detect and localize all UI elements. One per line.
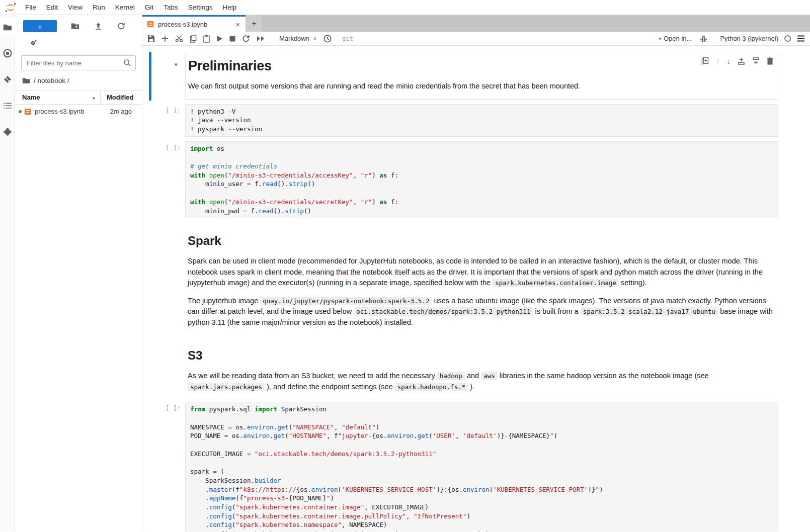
delete-cell-button[interactable] bbox=[767, 57, 773, 65]
new-launcher-button[interactable]: + bbox=[23, 20, 57, 32]
tab-process-s3[interactable]: process-s3.ipynb × bbox=[142, 15, 246, 32]
kernel-name[interactable]: Python 3 (ipykernel) bbox=[720, 35, 778, 42]
code-line: ! pyspark --version bbox=[190, 125, 773, 134]
git-icon bbox=[3, 75, 12, 84]
insert-cell-below-button[interactable] bbox=[752, 57, 760, 65]
menu-help[interactable]: Help bbox=[217, 4, 241, 11]
column-header-modified[interactable]: Modified bbox=[100, 91, 142, 104]
code-line: spark = ( bbox=[190, 467, 773, 476]
inline-code: spark:3.5.2-scala2.12-java17-ubuntu bbox=[581, 307, 718, 316]
sidebar-tab-file-browser[interactable] bbox=[0, 18, 15, 36]
restart-run-all-button[interactable] bbox=[257, 36, 265, 42]
file-list-header: Name ▲ Modified bbox=[15, 90, 142, 105]
sidebar-menu-icon[interactable] bbox=[797, 35, 805, 42]
open-in-dropdown[interactable]: ▾ Open in... bbox=[659, 35, 692, 42]
code-editor[interactable]: import os # get minio credentialswith op… bbox=[185, 141, 778, 219]
menu-file[interactable]: File bbox=[20, 4, 41, 11]
cell-code-versions[interactable]: [ ]:! python3 -V! java --version! pyspar… bbox=[142, 104, 810, 137]
plus-icon: + bbox=[252, 19, 256, 28]
copy-cells-button[interactable] bbox=[190, 35, 197, 43]
menu-tabs[interactable]: Tabs bbox=[158, 4, 183, 11]
menu-git[interactable]: Git bbox=[140, 4, 158, 11]
rendered-markdown[interactable]: PreliminariesWe can first output some ve… bbox=[185, 53, 778, 100]
sidebar-tab-extensions[interactable] bbox=[0, 123, 15, 141]
cell-type-value: Markdown bbox=[279, 35, 309, 42]
git-clone-button[interactable] bbox=[29, 39, 142, 47]
menu-kernel[interactable]: Kernel bbox=[110, 4, 140, 11]
execution-time-icon[interactable] bbox=[323, 35, 332, 43]
puzzle-icon bbox=[3, 127, 12, 136]
heading-collapser-icon[interactable]: ▾ bbox=[175, 61, 178, 68]
code-line: POD_NAME = os.environ.get("HOSTNAME", f"… bbox=[190, 431, 773, 440]
paste-cells-button[interactable] bbox=[203, 35, 210, 43]
markdown-paragraph: The jupyterhub image quay.io/jupyter/pys… bbox=[188, 296, 774, 328]
notebook-scroll-area[interactable]: ↑ ↓ ▾PreliminariesWe can first output so… bbox=[142, 46, 810, 531]
code-line: .config("spark.kubernetes.namespace", NA… bbox=[190, 520, 773, 529]
cell-markdown-s3[interactable]: S3As we will be reading data from an S3 … bbox=[142, 337, 810, 397]
file-row[interactable]: process-s3.ipynb 2m ago bbox=[15, 105, 142, 118]
left-sidebar-strip bbox=[0, 15, 15, 531]
chevron-down-icon: ∨ bbox=[313, 36, 316, 41]
code-line: ! python3 -V bbox=[190, 107, 773, 116]
cell-prompt: [ ]: bbox=[142, 104, 185, 137]
new-folder-button[interactable] bbox=[71, 23, 79, 30]
close-tab-icon[interactable]: × bbox=[234, 20, 241, 29]
code-line bbox=[190, 458, 773, 467]
insert-cell-above-button[interactable] bbox=[738, 57, 745, 65]
column-header-name[interactable]: Name ▲ bbox=[15, 91, 100, 104]
kernel-status-icon[interactable] bbox=[784, 35, 791, 42]
sort-ascending-icon: ▲ bbox=[92, 95, 96, 100]
rendered-markdown[interactable]: SparkSpark can be used in client mode (r… bbox=[185, 223, 778, 333]
sidebar-tab-toc[interactable] bbox=[0, 97, 15, 115]
cell-code-minio-credentials[interactable]: [ ]:import os # get minio credentialswit… bbox=[142, 141, 810, 219]
breadcrumb-path: / notebook / bbox=[34, 77, 69, 84]
code-line: .config("spark.kubernetes.authenticate.d… bbox=[190, 529, 773, 531]
code-line: from pyspark.sql import SparkSession bbox=[190, 405, 773, 414]
cell-prompt bbox=[142, 337, 185, 397]
home-folder-icon bbox=[22, 77, 30, 84]
duplicate-cell-button[interactable] bbox=[701, 57, 709, 65]
menubar: File Edit View Run Kernel Git Tabs Setti… bbox=[0, 0, 810, 15]
breadcrumb[interactable]: / notebook / bbox=[15, 70, 142, 89]
run-cell-button[interactable] bbox=[216, 35, 223, 42]
debugger-bug-icon[interactable] bbox=[700, 35, 707, 43]
new-tab-button[interactable]: + bbox=[247, 15, 262, 32]
cell-type-dropdown[interactable]: Markdown ∨ bbox=[277, 34, 318, 43]
markdown-paragraph: We can first output some versions that a… bbox=[188, 81, 774, 92]
code-editor[interactable]: ! python3 -V! java --version! pyspark --… bbox=[185, 104, 778, 137]
rendered-markdown[interactable]: S3As we will be reading data from an S3 … bbox=[185, 337, 778, 397]
cell-markdown-spark[interactable]: SparkSpark can be used in client mode (r… bbox=[142, 223, 810, 333]
markdown-paragraph: As we will be reading data from an S3 bu… bbox=[188, 371, 774, 392]
menu-run[interactable]: Run bbox=[88, 4, 110, 11]
move-cell-up-button[interactable]: ↑ bbox=[716, 57, 720, 65]
code-line: minio_user = f.read().strip() bbox=[190, 180, 773, 189]
menu-edit[interactable]: Edit bbox=[41, 4, 63, 11]
menu-settings[interactable]: Settings bbox=[183, 4, 218, 11]
move-cell-down-button[interactable]: ↓ bbox=[727, 57, 731, 65]
sidebar-tab-git[interactable] bbox=[0, 70, 15, 88]
refresh-button[interactable] bbox=[117, 22, 125, 30]
upload-button[interactable] bbox=[95, 22, 102, 30]
cell-code-spark-session[interactable]: [ ]:from pyspark.sql import SparkSession… bbox=[142, 402, 810, 531]
chevron-down-icon: ▾ bbox=[659, 36, 661, 41]
menu-view[interactable]: View bbox=[63, 4, 88, 11]
stop-kernel-button[interactable] bbox=[229, 36, 235, 42]
cut-cells-button[interactable] bbox=[175, 35, 183, 42]
code-line: .appName(f"process-s3-{POD_NAME}") bbox=[190, 494, 773, 503]
save-button[interactable] bbox=[147, 35, 155, 42]
insert-cell-button[interactable] bbox=[161, 35, 169, 42]
notebook-file-icon bbox=[24, 108, 31, 115]
git-status-label: git bbox=[342, 35, 353, 42]
code-line: import os bbox=[190, 144, 773, 153]
notebook-cells: ▾PreliminariesWe can first output some v… bbox=[142, 53, 810, 531]
filter-files-input[interactable] bbox=[21, 55, 136, 70]
code-line: ! java --version bbox=[190, 116, 773, 125]
search-icon bbox=[123, 59, 131, 67]
code-line: NAMESPACE = os.environ.get("NAMESPACE", … bbox=[190, 423, 773, 432]
file-modified: 2m ago bbox=[110, 108, 142, 115]
sidebar-tab-running[interactable] bbox=[0, 44, 15, 62]
cell-prompt bbox=[142, 223, 185, 333]
restart-kernel-button[interactable] bbox=[242, 35, 250, 43]
code-editor[interactable]: from pyspark.sql import SparkSession NAM… bbox=[185, 402, 778, 531]
code-line: EXECUTOR_IMAGE = "oci.stackable.tech/dem… bbox=[190, 450, 773, 459]
